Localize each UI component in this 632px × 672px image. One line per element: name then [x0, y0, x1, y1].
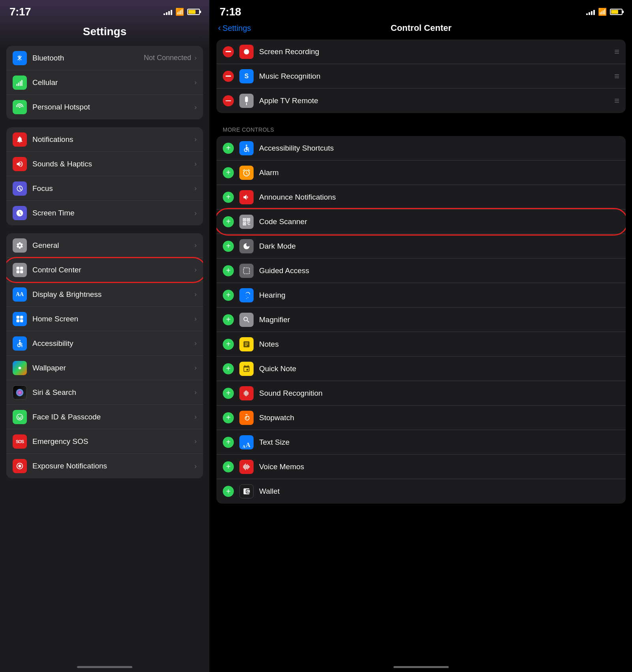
svg-rect-0 — [17, 84, 18, 86]
wallpaper-label: Wallpaper — [32, 364, 194, 372]
notes-row[interactable]: + Notes — [216, 332, 626, 357]
general-row[interactable]: General › — [6, 233, 203, 258]
battery-icon-right — [610, 9, 623, 15]
svg-rect-3 — [21, 80, 22, 86]
add-hearing-btn[interactable]: + — [223, 290, 234, 301]
chevron-icon: › — [194, 290, 197, 298]
voice-memos-row[interactable]: + Voice Memos — [216, 455, 626, 479]
controlcenter-label: Control Center — [32, 266, 194, 274]
remove-music-recognition-btn[interactable] — [223, 71, 234, 82]
remove-screen-recording-btn[interactable] — [223, 46, 234, 57]
wallet-icon — [239, 484, 254, 498]
plus-icon: + — [226, 438, 231, 446]
accessibility-icon — [13, 336, 27, 351]
plus-icon: + — [226, 168, 231, 176]
right-time: 7:18 — [220, 6, 241, 18]
hearing-row[interactable]: + Hearing — [216, 283, 626, 308]
left-status-bar: 7:17 📶 — [0, 0, 209, 21]
svg-point-12 — [19, 340, 21, 341]
svg-rect-24 — [244, 219, 245, 220]
add-quick-note-btn[interactable]: + — [223, 363, 234, 374]
guided-access-label: Guided Access — [259, 266, 619, 275]
guided-access-row[interactable]: + Guided Access — [216, 259, 626, 283]
battery-icon — [187, 9, 200, 15]
add-announce-btn[interactable]: + — [223, 192, 234, 203]
accessibility-shortcuts-icon — [239, 141, 254, 155]
svg-point-16 — [18, 464, 21, 467]
dark-mode-row[interactable]: + Dark Mode — [216, 234, 626, 259]
add-sound-recognition-btn[interactable]: + — [223, 388, 234, 399]
announce-notifications-row[interactable]: + Announce Notifications — [216, 185, 626, 210]
plus-icon: + — [226, 291, 231, 299]
code-scanner-label: Code Scanner — [259, 217, 619, 226]
sound-recognition-row[interactable]: + Sound Recognition — [216, 381, 626, 406]
drag-handle-icon[interactable]: ≡ — [614, 47, 619, 57]
svg-rect-41 — [246, 465, 247, 469]
cellular-row[interactable]: Cellular › — [6, 70, 203, 95]
cellular-label: Cellular — [32, 78, 194, 87]
add-voice-memos-btn[interactable]: + — [223, 461, 234, 472]
stopwatch-label: Stopwatch — [259, 413, 619, 422]
svg-rect-7 — [20, 270, 23, 273]
add-text-size-btn[interactable]: + — [223, 437, 234, 448]
add-stopwatch-btn[interactable]: + — [223, 412, 234, 423]
accessibility-row[interactable]: Accessibility › — [6, 331, 203, 356]
right-scroll-content[interactable]: Screen Recording ≡ S Music Recognition ≡… — [210, 40, 632, 664]
sos-row[interactable]: SOS Emergency SOS › — [6, 429, 203, 454]
plus-icon: + — [226, 193, 231, 201]
svg-rect-8 — [17, 315, 20, 319]
notifications-row[interactable]: Notifications › — [6, 127, 203, 152]
focus-row[interactable]: Focus › — [6, 176, 203, 201]
magnifier-row[interactable]: + Magnifier — [216, 308, 626, 332]
display-row[interactable]: AA Display & Brightness › — [6, 282, 203, 307]
add-alarm-btn[interactable]: + — [223, 167, 234, 178]
add-dark-mode-btn[interactable]: + — [223, 241, 234, 252]
controlcenter-row[interactable]: Control Center › — [6, 258, 203, 282]
back-button[interactable]: ‹ Settings — [218, 23, 251, 33]
right-status-icons: 📶 — [586, 8, 623, 16]
add-magnifier-btn[interactable]: + — [223, 314, 234, 325]
included-controls-group: Screen Recording ≡ S Music Recognition ≡… — [216, 40, 626, 113]
alarm-label: Alarm — [259, 168, 619, 177]
appletv-remote-row[interactable]: Apple TV Remote ≡ — [216, 89, 626, 113]
alarm-row[interactable]: + Alarm — [216, 160, 626, 185]
screen-recording-row[interactable]: Screen Recording ≡ — [216, 40, 626, 64]
add-notes-btn[interactable]: + — [223, 339, 234, 350]
more-controls-label: MORE CONTROLS — [210, 121, 632, 136]
remove-appletv-btn[interactable] — [223, 95, 234, 106]
home-indicator-right — [393, 666, 449, 668]
back-label: Settings — [222, 24, 251, 33]
drag-handle-icon[interactable]: ≡ — [614, 96, 619, 106]
stopwatch-row[interactable]: + Stopwatch — [216, 406, 626, 430]
hotspot-row[interactable]: Personal Hotspot › — [6, 95, 203, 119]
more-controls-group: + Accessibility Shortcuts + Alarm — [216, 136, 626, 504]
add-accessibility-shortcuts-btn[interactable]: + — [223, 143, 234, 154]
siri-icon — [13, 385, 27, 400]
faceid-row[interactable]: Face ID & Passcode › — [6, 405, 203, 429]
plus-icon: + — [226, 217, 231, 225]
music-recognition-row[interactable]: S Music Recognition ≡ — [216, 64, 626, 89]
sounds-row[interactable]: Sounds & Haptics › — [6, 152, 203, 176]
screentime-label: Screen Time — [32, 209, 194, 217]
screentime-row[interactable]: Screen Time › — [6, 201, 203, 225]
code-scanner-row[interactable]: + Code Scanner — [216, 210, 626, 234]
chevron-icon: › — [194, 184, 197, 193]
drag-handle-icon[interactable]: ≡ — [614, 71, 619, 81]
add-guided-access-btn[interactable]: + — [223, 265, 234, 276]
exposure-row[interactable]: Exposure Notifications › — [6, 454, 203, 478]
exposure-label: Exposure Notifications — [32, 462, 194, 470]
quick-note-row[interactable]: + Quick Note — [216, 357, 626, 381]
svg-rect-40 — [245, 463, 246, 470]
bluetooth-row[interactable]: Bluetooth Not Connected › — [6, 46, 203, 70]
wallet-row[interactable]: + Wallet — [216, 479, 626, 504]
homescreen-row[interactable]: Home Screen › — [6, 307, 203, 331]
faceid-label: Face ID & Passcode — [32, 413, 194, 421]
svg-rect-9 — [20, 315, 23, 319]
text-size-row[interactable]: + AA Text Size — [216, 430, 626, 455]
siri-row[interactable]: Siri & Search › — [6, 380, 203, 405]
wallpaper-row[interactable]: Wallpaper › — [6, 356, 203, 380]
add-code-scanner-btn[interactable]: + — [223, 216, 234, 227]
add-wallet-btn[interactable]: + — [223, 486, 234, 497]
accessibility-shortcuts-row[interactable]: + Accessibility Shortcuts — [216, 136, 626, 160]
display-label: Display & Brightness — [32, 290, 194, 299]
